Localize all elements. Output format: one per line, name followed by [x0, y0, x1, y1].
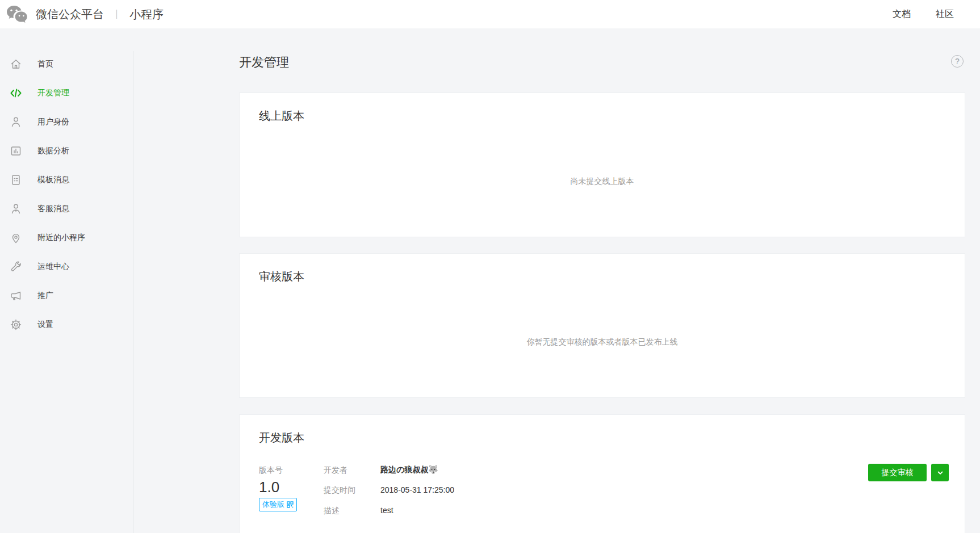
sidebar-item-dev-management[interactable]: 开发管理 — [0, 78, 133, 107]
card-review-version: 审核版本 你暂无提交审核的版本或者版本已发布上线 — [239, 253, 965, 398]
user-icon — [9, 115, 23, 129]
app-title-sub: 小程序 — [129, 7, 164, 22]
wrench-icon — [9, 259, 23, 274]
description-value: test — [380, 506, 393, 515]
sidebar-item-promotion[interactable]: 推广 — [0, 281, 133, 310]
sidebar: 首页 开发管理 用户身份 数据分析 模板消息 — [0, 28, 133, 339]
card-title: 审核版本 — [259, 269, 304, 284]
service-icon — [9, 202, 23, 216]
megaphone-icon — [9, 288, 23, 303]
sidebar-item-label: 首页 — [37, 59, 53, 69]
sidebar-item-label: 用户身份 — [37, 117, 69, 127]
version-number-label: 版本号 — [259, 465, 283, 476]
developer-value: 路边の狼叔叔🐺 — [380, 465, 438, 475]
template-icon — [9, 173, 23, 187]
sidebar-item-label: 附近的小程序 — [37, 233, 85, 243]
card-dev-version: 开发版本 版本号 1.0 体验版 开发者 路边の狼叔叔🐺 提交时间 2018-0… — [239, 414, 965, 533]
header-link-community[interactable]: 社区 — [936, 9, 954, 20]
sidebar-item-user-identity[interactable]: 用户身份 — [0, 107, 133, 136]
trial-version-badge[interactable]: 体验版 — [259, 498, 297, 511]
gear-icon — [9, 317, 23, 332]
header-links: 文档 社区 — [893, 9, 954, 20]
sidebar-item-label: 客服消息 — [37, 204, 69, 214]
app-title: 微信公众平台 丨 小程序 — [36, 7, 164, 22]
location-icon — [9, 230, 23, 245]
sidebar-item-service-message[interactable]: 客服消息 — [0, 194, 133, 223]
bar-chart-icon — [9, 144, 23, 158]
help-icon[interactable]: ? — [951, 55, 964, 68]
sidebar-item-label: 推广 — [37, 291, 53, 301]
qrcode-icon — [287, 501, 294, 508]
sidebar-item-label: 模板消息 — [37, 175, 69, 185]
sidebar-item-label: 开发管理 — [37, 88, 69, 98]
sidebar-item-home[interactable]: 首页 — [0, 49, 133, 78]
review-version-empty-text: 你暂无提交审核的版本或者版本已发布上线 — [240, 337, 965, 347]
developer-label: 开发者 — [324, 465, 347, 476]
sidebar-item-label: 数据分析 — [37, 146, 69, 156]
app-title-main: 微信公众平台 — [36, 7, 104, 22]
sidebar-item-label: 运维中心 — [37, 262, 69, 272]
version-number-value: 1.0 — [259, 479, 279, 496]
app-header: 微信公众平台 丨 小程序 文档 社区 — [0, 0, 980, 28]
header-link-docs[interactable]: 文档 — [893, 9, 911, 20]
sidebar-item-ops-center[interactable]: 运维中心 — [0, 252, 133, 281]
main-content: 开发管理 ? 线上版本 尚未提交线上版本 审核版本 你暂无提交审核的版本或者版本… — [133, 28, 980, 533]
code-icon — [9, 86, 23, 100]
sidebar-item-template-message[interactable]: 模板消息 — [0, 165, 133, 194]
description-label: 描述 — [324, 506, 340, 516]
card-title: 线上版本 — [259, 108, 304, 124]
sidebar-item-nearby-miniprogram[interactable]: 附近的小程序 — [0, 223, 133, 252]
card-title: 开发版本 — [259, 430, 304, 446]
trial-version-badge-label: 体验版 — [262, 500, 284, 510]
wechat-logo-icon — [6, 4, 28, 24]
submit-review-dropdown-button[interactable] — [931, 464, 949, 481]
submit-time-value: 2018-05-31 17:25:00 — [380, 485, 454, 494]
submit-button-group: 提交审核 — [868, 464, 949, 481]
submit-time-label: 提交时间 — [324, 485, 355, 496]
sidebar-item-label: 设置 — [37, 320, 53, 330]
home-icon — [9, 57, 23, 72]
card-online-version: 线上版本 尚未提交线上版本 — [239, 93, 965, 237]
online-version-empty-text: 尚未提交线上版本 — [240, 177, 965, 187]
submit-review-button[interactable]: 提交审核 — [868, 464, 927, 481]
sidebar-item-data-analysis[interactable]: 数据分析 — [0, 136, 133, 165]
sidebar-item-settings[interactable]: 设置 — [0, 310, 133, 339]
chevron-down-icon — [935, 468, 945, 478]
page-title: 开发管理 — [239, 54, 289, 71]
app-title-separator: 丨 — [112, 8, 122, 21]
